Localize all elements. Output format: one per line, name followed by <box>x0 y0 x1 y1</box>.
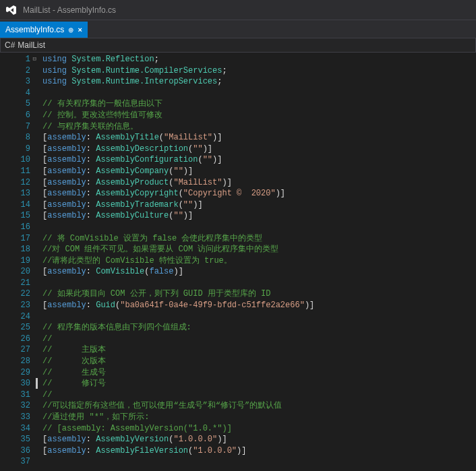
line-number: 32 <box>0 400 30 412</box>
code-line[interactable]: using System.Runtime.InteropServices; <box>42 76 476 88</box>
code-line[interactable]: // 主版本 <box>42 344 476 356</box>
token-pnc: : <box>86 301 96 310</box>
token-kw: assembly <box>47 435 86 444</box>
code-line[interactable]: [assembly: AssemblyCompany("")] <box>42 166 476 177</box>
code-editor[interactable]: 1⊟23456789101112131415161718192021222324… <box>0 53 476 471</box>
code-line[interactable]: //对 COM 组件不可见。如果需要从 COM 访问此程序集中的类型 <box>42 244 476 255</box>
token-cmt: // 次版本 <box>42 356 106 366</box>
window-titlebar: MailList - AssemblyInfo.cs <box>0 0 476 20</box>
tab-assemblyinfo[interactable]: AssemblyInfo.cs ⊕ × <box>0 22 88 38</box>
token-kw: using <box>42 55 67 64</box>
code-area[interactable]: using System.Reflection;using System.Run… <box>37 53 476 471</box>
line-number: 35 <box>0 434 30 445</box>
token-cmt: // <box>42 390 52 400</box>
token-type: AssemblyDescription <box>96 144 188 154</box>
token-pnc: : <box>86 178 96 187</box>
token-type: Guid <box>96 301 115 310</box>
document-tabbar: AssemblyInfo.cs ⊕ × <box>0 20 476 38</box>
token-type: System.Reflection <box>71 55 154 64</box>
code-line[interactable] <box>42 311 476 323</box>
token-pnc: ( <box>159 133 164 142</box>
code-line[interactable]: // 次版本 <box>42 356 476 367</box>
line-number: 33 <box>0 412 30 423</box>
code-line[interactable]: // 有关程序集的一般信息由以下 <box>42 98 476 110</box>
token-pnc: )] <box>183 166 193 176</box>
code-line[interactable]: [assembly: AssemblyDescription("")] <box>42 144 476 155</box>
code-line[interactable]: // <box>42 389 476 401</box>
line-number: 6 <box>0 110 30 121</box>
token-str: "" <box>193 144 202 154</box>
token-kw: using <box>42 77 67 86</box>
code-line[interactable]: [assembly: AssemblyFileVersion("1.0.0.0"… <box>42 445 476 457</box>
code-line[interactable]: // 如果此项目向 COM 公开，则下列 GUID 用于类型库的 ID <box>42 288 476 300</box>
close-icon[interactable]: × <box>78 26 82 34</box>
code-line[interactable]: // <box>42 334 476 345</box>
code-line[interactable]: [assembly: AssemblyCulture("")] <box>42 210 476 222</box>
token-pnc: )] <box>212 155 222 164</box>
token-type: AssemblyCulture <box>96 211 169 220</box>
code-line[interactable]: [assembly: AssemblyTitle("MailList")] <box>42 132 476 144</box>
pin-icon[interactable]: ⊕ <box>68 26 73 34</box>
token-str: "1.0.0.0" <box>173 435 217 444</box>
vs-logo-icon <box>5 4 18 16</box>
line-number: 29 <box>0 367 30 379</box>
code-line[interactable]: // 将 ComVisible 设置为 false 会使此程序集中的类型 <box>42 233 476 245</box>
token-pnc: : <box>86 435 96 444</box>
code-line[interactable]: //可以指定所有这些值，也可以使用“生成号”和“修订号”的默认值 <box>42 400 476 412</box>
code-line[interactable]: using System.Reflection; <box>42 54 476 65</box>
line-number: 31 <box>0 389 30 401</box>
code-line[interactable]: // 生成号 <box>42 367 476 379</box>
token-cmt: // 控制。更改这些特性值可修改 <box>42 111 162 120</box>
current-line-indicator <box>36 378 38 389</box>
code-line[interactable] <box>42 222 476 233</box>
code-line[interactable]: // 程序集的版本信息由下列四个值组成: <box>42 322 476 334</box>
namespace-dropdown[interactable]: MailList <box>18 40 45 50</box>
token-cmt: // 将 ComVisible 设置为 false 会使此程序集中的类型 <box>42 234 262 243</box>
code-line[interactable]: // 与程序集关联的信息。 <box>42 121 476 133</box>
code-line[interactable]: // 控制。更改这些特性值可修改 <box>42 110 476 121</box>
window-title: MailList - AssemblyInfo.cs <box>23 5 116 15</box>
token-str: "" <box>203 155 212 164</box>
token-cmt: // 程序集的版本信息由下列四个值组成: <box>42 323 196 332</box>
token-cmt: // 生成号 <box>42 368 106 377</box>
code-line[interactable]: [assembly: AssemblyVersion("1.0.0.0")] <box>42 434 476 445</box>
token-cmt: //对 COM 组件不可见。如果需要从 COM 访问此程序集中的类型 <box>42 245 278 254</box>
token-pnc: )] <box>183 211 193 220</box>
token-pnc: )] <box>237 446 246 456</box>
code-line[interactable] <box>42 278 476 289</box>
line-number: 10 <box>0 154 30 166</box>
code-line[interactable]: [assembly: AssemblyConfiguration("")] <box>42 154 476 166</box>
line-number: 18 <box>0 244 30 255</box>
token-kw: assembly <box>47 200 86 210</box>
code-line[interactable]: //请将此类型的 ComVisible 特性设置为 true。 <box>42 255 476 267</box>
code-nav-bar[interactable]: C# MailList <box>0 38 476 53</box>
code-line[interactable]: //通过使用 "*"，如下所示: <box>42 412 476 423</box>
code-line[interactable] <box>42 456 476 468</box>
code-line[interactable]: // [assembly: AssemblyVersion("1.0.*")] <box>42 423 476 435</box>
code-line[interactable]: [assembly: ComVisible(false)] <box>42 266 476 278</box>
token-pnc: : <box>86 267 96 276</box>
code-line[interactable]: [assembly: AssemblyTrademark("")] <box>42 199 476 211</box>
token-cmt: //通过使用 "*"，如下所示: <box>42 412 149 422</box>
token-cmt: // 修订号 <box>42 379 106 388</box>
line-number: 21 <box>0 278 30 289</box>
collapse-toggle-icon[interactable]: ⊟ <box>33 54 36 65</box>
token-kw: assembly <box>47 166 86 176</box>
line-number: 15 <box>0 210 30 222</box>
code-line[interactable]: [assembly: AssemblyProduct("MailList")] <box>42 177 476 189</box>
code-line[interactable]: [assembly: Guid("ba0a641f-0a4e-49f9-bfdd… <box>42 300 476 311</box>
code-line[interactable]: [assembly: AssemblyCopyright("Copyright … <box>42 188 476 199</box>
code-line[interactable] <box>42 88 476 99</box>
token-kw: assembly <box>47 267 86 276</box>
code-line[interactable]: using System.Runtime.CompilerServices; <box>42 65 476 77</box>
token-pnc: : <box>86 133 96 142</box>
token-str: "MailList" <box>173 178 222 187</box>
token-pnc: )] <box>212 133 222 142</box>
token-kw: assembly <box>47 189 86 198</box>
code-line[interactable]: // 修订号 <box>42 378 476 389</box>
token-pnc: : <box>86 211 96 220</box>
token-cmt: // 主版本 <box>42 345 106 354</box>
token-pnc: )] <box>276 189 285 198</box>
token-type: AssemblyTitle <box>96 133 159 142</box>
token-str: "" <box>173 211 183 220</box>
